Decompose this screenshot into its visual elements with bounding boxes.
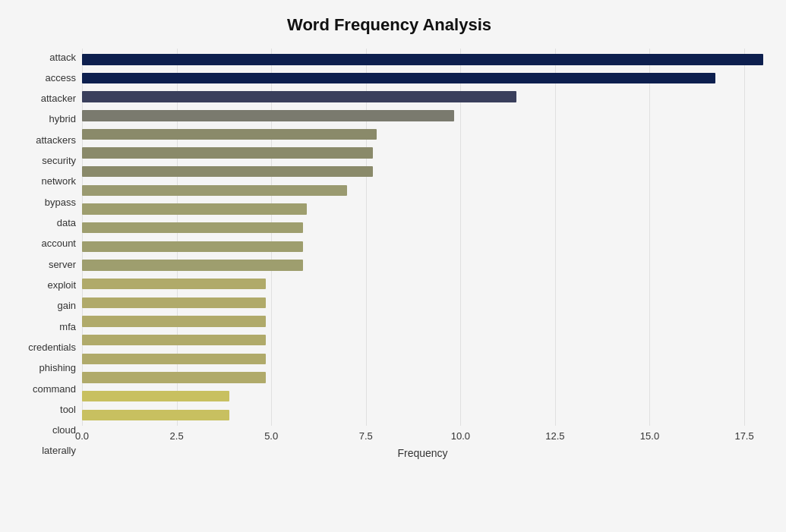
bar-row [82, 50, 763, 69]
x-tick-label: 0.0 [75, 430, 89, 442]
bar [82, 410, 229, 420]
bar [82, 73, 715, 83]
grid-and-bars [82, 49, 763, 426]
bar [82, 241, 303, 252]
bar-row [82, 219, 763, 238]
y-label: hybrid [49, 111, 76, 127]
y-label: command [33, 380, 76, 397]
bar [82, 185, 347, 196]
bar [82, 203, 307, 214]
bar-row [82, 125, 763, 144]
bar [82, 260, 303, 270]
x-axis-title: Frequency [82, 447, 763, 459]
bar-row [82, 87, 763, 106]
y-label: account [41, 235, 76, 252]
bar [82, 297, 266, 308]
y-label: gain [57, 297, 76, 314]
bar-row [82, 405, 763, 424]
x-tick-label: 2.5 [170, 430, 184, 442]
chart-body: attackaccessattackerhybridattackerssecur… [15, 49, 763, 459]
bar-row [82, 387, 763, 406]
bar-row [82, 106, 763, 125]
bar [82, 279, 266, 289]
bars-and-grid: 0.02.55.07.510.012.515.017.5 Frequency [82, 49, 763, 459]
y-label: attackers [36, 131, 76, 148]
y-axis: attackaccessattackerhybridattackerssecur… [15, 49, 82, 459]
y-label: access [46, 69, 76, 86]
bar [82, 391, 229, 401]
bar-row [82, 350, 763, 369]
y-label: mfa [59, 318, 76, 335]
y-label: attacker [41, 90, 76, 107]
y-label: tool [60, 401, 76, 417]
bar [82, 354, 266, 364]
y-label: phishing [39, 360, 76, 376]
bar [82, 166, 373, 177]
x-tick-label: 17.5 [734, 430, 753, 442]
y-label: cloud [52, 422, 76, 439]
bar [82, 110, 454, 121]
y-label: bypass [45, 194, 76, 210]
chart-title: Word Frequency Analysis [15, 15, 763, 35]
bar [82, 335, 266, 345]
y-label: server [49, 256, 76, 272]
bar-row [82, 256, 763, 275]
bar [82, 54, 763, 65]
bar [82, 222, 303, 233]
y-label: attack [49, 49, 76, 65]
x-tick-label: 10.0 [451, 430, 470, 442]
bar [82, 91, 516, 102]
y-label: credentials [28, 338, 76, 355]
bar-row [82, 368, 763, 387]
x-tick-label: 5.0 [264, 430, 278, 442]
chart-container: Word Frequency Analysis attackaccessatta… [0, 0, 786, 532]
bar-row [82, 162, 763, 181]
bar [82, 129, 377, 140]
bar-row [82, 331, 763, 350]
x-tick-label: 12.5 [545, 430, 564, 442]
bar-row [82, 275, 763, 294]
bar-row [82, 143, 763, 162]
y-label: exploit [47, 276, 76, 293]
y-label: security [42, 153, 76, 169]
bar [82, 147, 373, 158]
bar [82, 316, 266, 326]
y-label: network [41, 173, 76, 190]
bar-row [82, 181, 763, 200]
bar-row [82, 69, 763, 88]
y-label: data [57, 215, 76, 231]
x-tick-label: 7.5 [359, 430, 373, 442]
bar-row [82, 238, 763, 257]
bar-row [82, 200, 763, 219]
x-tick-label: 15.0 [640, 430, 659, 442]
bar [82, 372, 266, 382]
x-axis-labels: 0.02.55.07.510.012.515.017.5 [82, 430, 763, 445]
bar-row [82, 294, 763, 313]
y-label: laterally [42, 442, 76, 459]
bars-area [82, 49, 763, 426]
bar-row [82, 312, 763, 331]
